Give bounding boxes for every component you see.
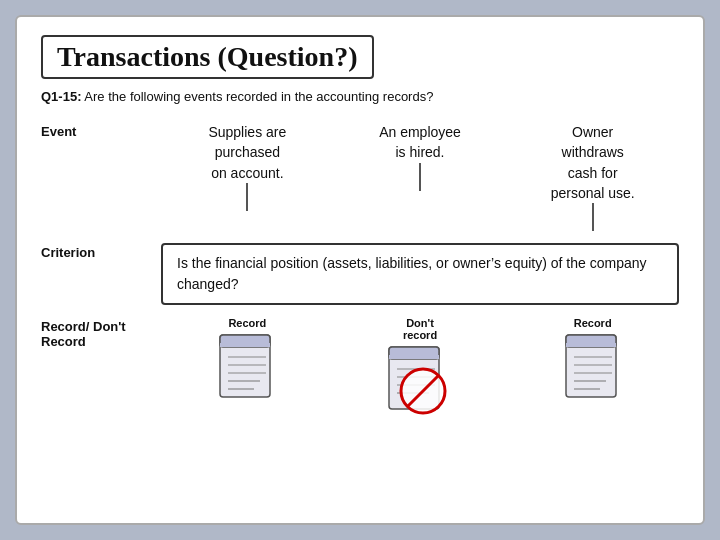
event-row: Event Supplies arepurchasedon account. A…: [41, 122, 679, 231]
record-label-text: Record/ Don't Record: [41, 319, 126, 349]
criterion-label: Criterion: [41, 243, 161, 305]
record-row: Record/ Don't Record Record: [41, 317, 679, 417]
dont-record-doc-icon: [385, 345, 455, 417]
connector-1: [246, 183, 248, 211]
slide: Transactions (Question?) Q1-15: Are the …: [15, 15, 705, 525]
record-doc-icon-3: [562, 333, 624, 405]
event-col-1: Supplies arepurchasedon account.: [161, 122, 334, 231]
record-icon-wrapper-3: Record: [562, 317, 624, 405]
event-text-2: An employeeis hired.: [379, 122, 461, 163]
event-text-3: Ownerwithdrawscash forpersonal use.: [551, 122, 635, 203]
subtitle-text: Are the following events recorded in the…: [81, 89, 433, 104]
subtitle: Q1-15: Are the following events recorded…: [41, 89, 679, 104]
record-items: Record: [161, 317, 679, 417]
svg-rect-2: [220, 343, 270, 347]
event-col-3: Ownerwithdrawscash forpersonal use.: [506, 122, 679, 231]
record-icon-wrapper-1: Record: [216, 317, 278, 405]
criterion-box: Is the financial position (assets, liabi…: [161, 243, 679, 305]
subtitle-prefix: Q1-15:: [41, 89, 81, 104]
title-box: Transactions (Question?): [41, 35, 374, 79]
record-doc-icon-1: [216, 333, 278, 405]
connector-3: [592, 203, 594, 231]
event-text-1: Supplies arepurchasedon account.: [208, 122, 286, 183]
record-badge-1: Record: [228, 317, 266, 329]
event-col-2: An employeeis hired.: [334, 122, 507, 231]
connector-2: [419, 163, 421, 191]
event-label: Event: [41, 122, 161, 139]
svg-rect-10: [389, 355, 439, 359]
dont-record-badge: Don'trecord: [403, 317, 437, 341]
record-col-2: Don'trecord: [334, 317, 507, 417]
criterion-text: Is the financial position (assets, liabi…: [177, 255, 647, 292]
dont-record-icon-wrapper: Don'trecord: [385, 317, 455, 417]
criterion-row: Criterion Is the financial position (ass…: [41, 243, 679, 305]
content-area: Event Supplies arepurchasedon account. A…: [41, 122, 679, 417]
record-row-label: Record/ Don't Record: [41, 317, 161, 349]
slide-title: Transactions (Question?): [57, 41, 358, 72]
record-col-3: Record: [506, 317, 679, 417]
events-container: Supplies arepurchasedon account. An empl…: [161, 122, 679, 231]
svg-rect-19: [566, 343, 616, 347]
record-col-1: Record: [161, 317, 334, 417]
record-badge-3: Record: [574, 317, 612, 329]
